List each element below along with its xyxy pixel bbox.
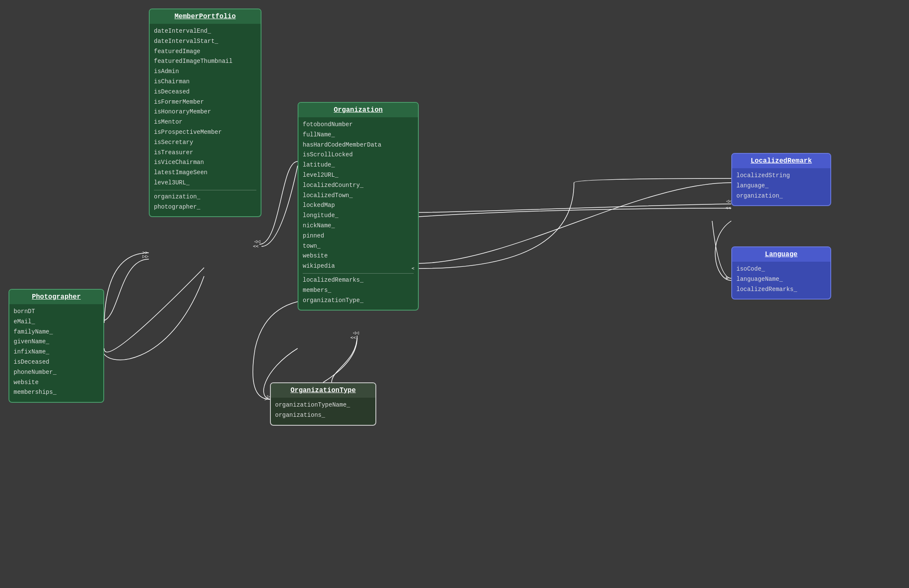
organization-type-entity: OrganizationType organizationTypeName_ o… (270, 382, 376, 426)
svg-text:<<: << (350, 335, 356, 340)
field-level2URL: level2URL_ (303, 170, 414, 181)
field-latestImageSeen: latestImageSeen (154, 168, 256, 178)
field-organizationTypeName: organizationTypeName_ (275, 400, 371, 410)
field-town: town_ (303, 241, 414, 252)
field-lockedMap: lockedMap (303, 201, 414, 211)
field-bornDT: bornDT (14, 307, 99, 317)
svg-text:▷: ▷ (726, 275, 730, 281)
svg-text:<<: << (725, 205, 731, 211)
field-latitude: latitude_ (303, 160, 414, 170)
field-localizedCountry: localizedCountry_ (303, 181, 414, 191)
svg-text:>: > (725, 275, 728, 281)
organization-type-title: OrganizationType (271, 383, 375, 398)
language-title: Language (732, 247, 830, 262)
field-isProspectiveMember: isProspectiveMember (154, 127, 256, 138)
field-organization: organization_ (154, 190, 256, 202)
field-dateIntervalEnd: dateIntervalEnd_ (154, 26, 256, 37)
field-featuredImage: featuredImage (154, 47, 256, 57)
svg-text:▷▷: ▷▷ (142, 254, 149, 260)
field-dateIntervalStart: dateIntervalStart_ (154, 37, 256, 47)
field-languageName: languageName_ (736, 274, 826, 285)
field-language: language_ (736, 181, 826, 191)
field-givenName: givenName_ (14, 337, 99, 347)
field-isViceChairman: isViceChairman (154, 158, 256, 168)
field-members: members_ (303, 286, 414, 296)
field-memberships: memberships_ (14, 387, 99, 398)
field-isScrollLocked: isScrollLocked (303, 150, 414, 160)
field-organization-lr: organization_ (736, 191, 826, 201)
photographer-title: Photographer (9, 290, 103, 304)
field-fullName: fullName_ (303, 130, 414, 140)
field-isoCode: isoCode_ (736, 264, 826, 274)
field-organizationType: organizationType_ (303, 296, 414, 306)
field-level3URL: level3URL_ (154, 178, 256, 188)
field-isFormerMember: isFormerMember (154, 97, 256, 107)
field-website-p: website (14, 378, 99, 388)
field-featuredImageThumbnail: featuredImageThumbnail (154, 57, 256, 67)
field-localizedRemarks: localizedRemarks_ (303, 273, 414, 286)
organization-title: Organization (298, 103, 418, 117)
svg-text:<<: << (253, 243, 259, 249)
field-isChairman: isChairman (154, 77, 256, 87)
organization-entity: Organization fotobondNumber fullName_ ha… (298, 102, 419, 311)
field-photographer: photographer_ (154, 202, 256, 212)
field-isSecretary: isSecretary (154, 138, 256, 148)
field-isAdmin: isAdmin (154, 67, 256, 77)
language-entity: Language isoCode_ languageName_ localize… (731, 246, 831, 300)
field-longitude: longitude_ (303, 211, 414, 221)
svg-text:>>: >> (142, 250, 148, 255)
field-isDeceased-p: isDeceased (14, 357, 99, 368)
field-isHonoraryMember: isHonoraryMember (154, 107, 256, 117)
field-wikipedia: wikipedia (303, 261, 414, 271)
svg-text:◁◁: ◁◁ (352, 330, 359, 336)
field-hasHardCodedMemberData: hasHardCodedMemberData (303, 140, 414, 150)
field-eMail: eMail_ (14, 317, 99, 327)
field-localizedString: localizedString (736, 171, 826, 181)
field-nickName: nickName_ (303, 221, 414, 231)
svg-text:◁◁: ◁◁ (254, 239, 260, 245)
photographer-entity: Photographer bornDT eMail_ familyName_ g… (9, 289, 104, 403)
field-isDeceased: isDeceased (154, 87, 256, 97)
member-portfolio-entity: MemberPortfolio dateIntervalEnd_ dateInt… (149, 8, 261, 217)
localized-remark-title: LocalizedRemark (732, 154, 830, 168)
field-pinned: pinned (303, 231, 414, 241)
field-familyName: familyName_ (14, 327, 99, 337)
field-phoneNumber: phoneNumber_ (14, 368, 99, 378)
svg-text:>: > (264, 396, 267, 402)
field-fotobondNumber: fotobondNumber (303, 120, 414, 130)
field-infixName: infixName_ (14, 347, 99, 357)
field-organizations: organizations_ (275, 410, 371, 421)
field-isTreasurer: isTreasurer (154, 148, 256, 158)
field-isMentor: isMentor (154, 117, 256, 127)
field-localizedTown: localizedTown_ (303, 191, 414, 201)
member-portfolio-title: MemberPortfolio (150, 9, 261, 24)
field-website-o: website (303, 251, 414, 261)
field-localizedRemarks-l: localizedRemarks_ (736, 285, 826, 295)
localized-remark-entity: LocalizedRemark localizedString language… (731, 153, 831, 206)
